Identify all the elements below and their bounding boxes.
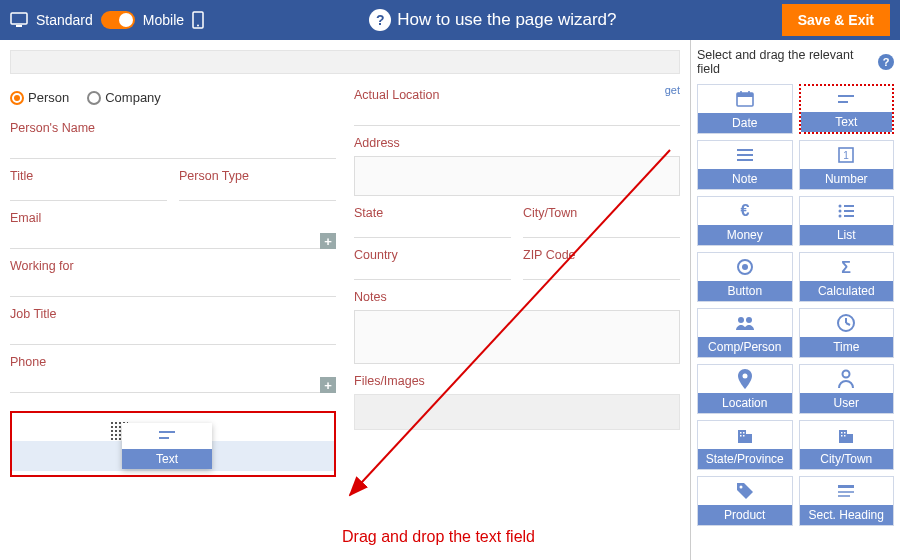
svg-rect-47 (844, 435, 846, 437)
svg-rect-46 (841, 435, 843, 437)
label-job-title: Job Title (10, 303, 336, 321)
label-zip: ZIP Code (523, 244, 680, 262)
palette-tile-label: Text (801, 112, 893, 132)
palette-tile-time[interactable]: Time (799, 308, 895, 358)
input-title[interactable] (10, 183, 167, 201)
palette-tile-label: Date (698, 113, 792, 133)
label-working-for: Working for (10, 255, 336, 273)
palette-tile-note[interactable]: Note (697, 140, 793, 190)
help-icon[interactable]: ? (369, 9, 391, 31)
sigma-icon: Σ (836, 253, 856, 281)
palette-tile-state-province[interactable]: State/Province (697, 420, 793, 470)
palette-tile-label: Note (698, 169, 792, 189)
palette-tile-city-town[interactable]: City/Town (799, 420, 895, 470)
add-email-button[interactable]: + (320, 233, 336, 249)
palette-tile-sect-heading[interactable]: Sect. Heading (799, 476, 895, 526)
input-persons-name[interactable] (10, 141, 336, 159)
svg-rect-43 (847, 434, 853, 443)
palette-tile-comp-person[interactable]: Comp/Person (697, 308, 793, 358)
input-state[interactable] (354, 220, 511, 238)
save-exit-button[interactable]: Save & Exit (782, 4, 890, 36)
label-title: Title (10, 165, 167, 183)
standard-mobile-toggle[interactable] (101, 11, 135, 29)
note-icon (735, 141, 755, 169)
target-icon (735, 253, 755, 281)
text-icon (122, 423, 212, 449)
add-phone-button[interactable]: + (320, 377, 336, 393)
label-address: Address (354, 132, 680, 150)
form-right-column: Actual Location get Address State City/T… (354, 84, 680, 477)
svg-rect-38 (740, 432, 742, 434)
radio-dot-icon (10, 91, 24, 105)
radio-company-label: Company (105, 90, 161, 105)
svg-rect-42 (839, 430, 847, 443)
standard-label: Standard (36, 12, 93, 28)
palette-tile-label: Product (698, 505, 792, 525)
input-working-for[interactable] (10, 279, 336, 297)
input-notes[interactable] (354, 310, 680, 364)
monitor-icon (10, 12, 28, 28)
wizard-help-link[interactable]: How to use the page wizard? (397, 10, 616, 30)
svg-rect-49 (838, 485, 854, 488)
palette-tile-label: Sect. Heading (800, 505, 894, 525)
input-city-town[interactable] (523, 220, 680, 238)
label-notes: Notes (354, 286, 680, 304)
heading-icon (836, 477, 856, 505)
svg-text:1: 1 (843, 150, 849, 161)
palette-tile-money[interactable]: €Money (697, 196, 793, 246)
tag-icon (735, 477, 755, 505)
euro-icon: € (735, 197, 755, 225)
svg-point-30 (746, 317, 752, 323)
palette-tile-list[interactable]: List (799, 196, 895, 246)
input-phone[interactable] (10, 375, 320, 393)
dragged-text-tile[interactable]: Text (122, 423, 212, 469)
radio-company[interactable]: Company (87, 90, 161, 105)
label-person-type: Person Type (179, 165, 336, 183)
pin-icon (737, 365, 753, 393)
palette-tile-product[interactable]: Product (697, 476, 793, 526)
palette-tile-label: User (800, 393, 894, 413)
label-phone: Phone (10, 351, 336, 369)
palette-tile-calculated[interactable]: ΣCalculated (799, 252, 895, 302)
radio-person[interactable]: Person (10, 90, 69, 105)
radio-dot-icon (87, 91, 101, 105)
input-email[interactable] (10, 231, 320, 249)
palette-tile-user[interactable]: User (799, 364, 895, 414)
input-country[interactable] (354, 262, 511, 280)
palette-help-icon[interactable]: ? (878, 54, 894, 70)
palette-tile-location[interactable]: Location (697, 364, 793, 414)
number-icon: 1 (836, 141, 856, 169)
palette-tile-text[interactable]: Text (799, 84, 895, 134)
svg-point-29 (738, 317, 744, 323)
svg-point-27 (742, 264, 748, 270)
top-bar: Standard Mobile ? How to use the page wi… (0, 0, 900, 40)
svg-rect-37 (746, 434, 752, 443)
get-location-link[interactable]: get (665, 84, 680, 96)
input-person-type[interactable] (179, 183, 336, 201)
label-email: Email (10, 207, 336, 225)
input-actual-location[interactable] (354, 108, 680, 126)
form-canvas: Person Company Person's Name Title (0, 40, 690, 560)
palette-tile-label: State/Province (698, 449, 792, 469)
text-icon (836, 86, 856, 112)
palette-tile-label: City/Town (800, 449, 894, 469)
input-zip[interactable] (523, 262, 680, 280)
input-job-title[interactable] (10, 327, 336, 345)
label-files-images: Files/Images (354, 370, 680, 388)
label-city-town: City/Town (523, 202, 680, 220)
input-address[interactable] (354, 156, 680, 196)
svg-text:Σ: Σ (841, 259, 851, 276)
palette-tile-label: Number (800, 169, 894, 189)
page-title-input[interactable] (10, 50, 680, 74)
dragged-tile-label: Text (122, 449, 212, 469)
input-files-images[interactable] (354, 394, 680, 430)
palette-tile-date[interactable]: Date (697, 84, 793, 134)
svg-point-34 (742, 374, 747, 379)
svg-rect-0 (11, 13, 27, 24)
form-left-column: Person Company Person's Name Title (10, 84, 336, 477)
palette-tile-number[interactable]: 1Number (799, 140, 895, 190)
drop-target-highlight[interactable]: Text (10, 411, 336, 477)
palette-tile-button[interactable]: Button (697, 252, 793, 302)
building-icon (735, 421, 755, 449)
palette-tile-label: Time (800, 337, 894, 357)
